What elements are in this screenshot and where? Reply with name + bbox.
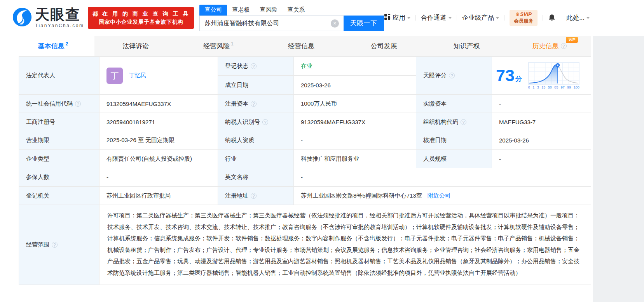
divider: [457, 15, 457, 21]
tab-history[interactable]: VIP 历史信息: [508, 36, 591, 56]
field-value-org-code: MAEFUG33-7: [492, 113, 591, 131]
nav-apps[interactable]: 应用: [384, 14, 410, 22]
field-label-score: 天眼评分: [416, 57, 492, 95]
nav-apps-label: 应用: [393, 14, 405, 22]
field-label-company-type: 企业类型: [19, 150, 99, 168]
nav-partner-label: 合作通道: [421, 14, 447, 22]
search-tab-relation[interactable]: 查关系: [282, 5, 310, 16]
field-label-text: 统一社会信用代码: [26, 100, 73, 108]
field-label-text: 注册地址: [225, 192, 248, 200]
search-button[interactable]: 天眼一下: [344, 16, 384, 31]
tab-risk[interactable]: 经营风险 1: [177, 36, 260, 56]
tab-label: 经营风险: [203, 42, 230, 50]
divider: [543, 15, 543, 21]
field-label-taxpayer-quality: 纳税人资质: [218, 131, 294, 150]
field-value-insured: -: [99, 168, 218, 187]
promo-line2: 国家中小企业发展子基金旗下机构: [92, 18, 190, 26]
nav-enterprise-label: 企业级产品: [462, 14, 494, 22]
help-icon[interactable]: [251, 193, 257, 199]
field-value-score: 73分: [492, 57, 591, 95]
crown-icon: ♛: [516, 12, 520, 17]
tab-label: 基本信息: [38, 42, 65, 50]
help-icon[interactable]: [561, 43, 567, 49]
tab-operation[interactable]: 经营信息: [260, 36, 343, 56]
field-label-term: 营业期限: [19, 131, 99, 150]
help-icon[interactable]: [262, 119, 268, 125]
tab-ip[interactable]: 知识产权: [425, 36, 508, 56]
field-label-reg-capital: 注册资本: [218, 95, 294, 113]
chevron-down-icon: [449, 17, 452, 19]
divider: [561, 15, 561, 21]
field-label-paid-capital: 实缴资本: [416, 95, 492, 113]
clear-icon[interactable]: ×: [331, 19, 339, 28]
help-icon[interactable]: [251, 63, 257, 69]
field-label-approval-date: 核准日期: [416, 131, 492, 150]
field-value-establish-date: 2025-03-26: [294, 76, 416, 95]
field-value-taxpayer-id: 91320594MAEFUG337X: [294, 113, 416, 131]
field-value-staff-size: -: [492, 150, 591, 168]
field-value-term: 2025-03-26 至 无固定期限: [99, 131, 218, 150]
field-label-org-code: 组织机构代码: [416, 113, 492, 131]
nav-enterprise[interactable]: 企业级产品: [462, 14, 499, 22]
avatar[interactable]: 丁: [106, 68, 123, 84]
user-name: 此处...: [566, 14, 585, 22]
address-text: 苏州工业园区崇文路8号5幢国际科研中心713室: [301, 192, 422, 200]
search-tab-boss[interactable]: 查老板: [227, 5, 255, 16]
field-label-staff-size: 人员规模: [416, 150, 492, 168]
help-icon[interactable]: [461, 119, 466, 125]
field-label-legal-rep: 法定代表人: [19, 57, 99, 95]
nearby-companies-link[interactable]: 附近公司: [428, 192, 451, 200]
company-info-table: 法定代表人 丁 丁忆民 登记状态 在业 成立日期 2025-03-26 天眼评分…: [19, 56, 591, 285]
field-label-scope: 经营范围: [19, 205, 99, 285]
tab-basic-info[interactable]: 基本信息 2: [12, 36, 94, 56]
field-label-text: 天眼评分: [423, 72, 447, 79]
notification-bell-icon[interactable]: [548, 14, 556, 22]
search-tab-company[interactable]: 查公司: [199, 5, 227, 16]
search-tab-risk[interactable]: 查风险: [255, 5, 282, 16]
help-icon[interactable]: [251, 101, 257, 107]
svip-sublabel: 会员服务: [514, 18, 533, 24]
promo-badge: 都 在 用 的 商 业 查 询 工 具 国家中小企业发展子基金旗下机构: [88, 7, 194, 29]
search-input[interactable]: 苏州浦度智融科技有限公司 ×: [199, 16, 343, 31]
field-value-legal-rep: 丁 丁忆民: [99, 57, 218, 95]
divider: [504, 15, 504, 21]
logo-swirl-icon: [12, 7, 33, 29]
tab-label: 历史信息: [532, 42, 559, 50]
help-icon[interactable]: [75, 101, 81, 107]
section-tabs: 基本信息 2 法律诉讼 经营风险 1 经营信息 公司发展 知识产权 VIP 历史…: [12, 36, 591, 56]
field-value-approval-date: 2025-03-26: [492, 131, 591, 150]
chevron-down-icon: [496, 17, 499, 19]
help-icon[interactable]: [449, 73, 455, 78]
field-label-authority: 登记机关: [19, 187, 99, 205]
tab-development[interactable]: 公司发展: [342, 36, 425, 56]
field-value-company-type: 有限责任公司(自然人投资或控股): [99, 150, 218, 168]
field-label-text: 注册资本: [225, 100, 248, 108]
vip-badge: VIP: [566, 37, 578, 43]
legal-rep-link[interactable]: 丁忆民: [129, 72, 147, 79]
field-value-reg-no: 320594001819271: [99, 113, 218, 131]
field-value-reg-capital: 1000万人民币: [294, 95, 416, 113]
field-label-address: 注册地址: [218, 187, 294, 205]
chevron-down-icon: [407, 17, 410, 19]
svip-label: SVIP: [520, 11, 532, 17]
app-grid-icon: [384, 14, 391, 22]
svip-member-button[interactable]: ♛SVIP 会员服务: [510, 10, 538, 26]
user-menu[interactable]: 此处...: [566, 14, 590, 22]
brand-domain: TianYanCha.com: [35, 23, 84, 28]
tab-label: 法律诉讼: [122, 42, 149, 50]
tab-label: 知识产权: [454, 42, 480, 50]
tab-count-badge: 1: [231, 41, 234, 47]
chevron-down-icon: [586, 17, 590, 19]
help-icon[interactable]: [52, 242, 58, 248]
divider: [415, 15, 416, 21]
field-label-text: 经营范围: [26, 241, 49, 248]
tab-label: 经营信息: [288, 42, 314, 50]
nav-partner[interactable]: 合作通道: [421, 14, 452, 22]
brand-name: 天眼查: [35, 7, 84, 22]
field-value-english-name: -: [294, 168, 591, 187]
header-nav: 应用 合作通道 企业级产品 ♛SVIP 会员服务 此处...: [384, 10, 590, 26]
search-area: 查公司 查老板 查风险 查关系 苏州浦度智融科技有限公司 × 天眼一下: [199, 5, 384, 31]
tab-legal[interactable]: 法律诉讼: [94, 36, 177, 56]
field-label-industry: 行业: [218, 150, 294, 168]
tianyancha-logo[interactable]: 天眼查 TianYanCha.com: [12, 7, 84, 29]
